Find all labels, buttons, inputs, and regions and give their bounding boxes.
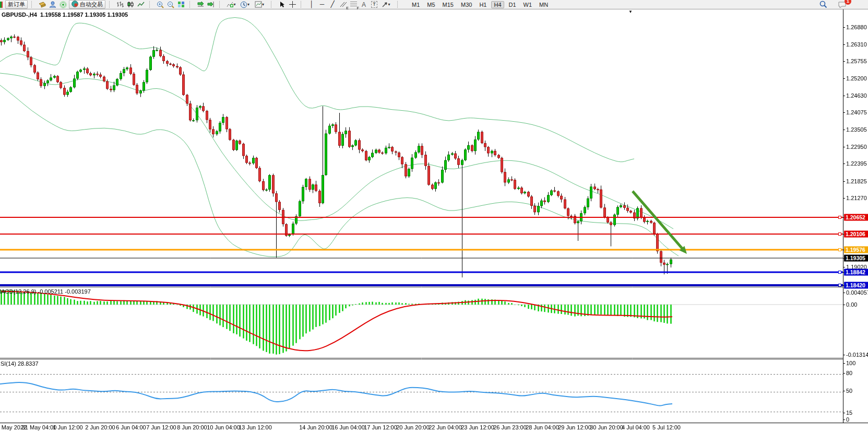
price-tag: 1.19305 — [844, 255, 868, 262]
divider — [397, 1, 401, 8]
tile-windows-icon[interactable] — [176, 1, 186, 8]
notifications-icon[interactable]: 1 — [836, 1, 848, 8]
timeframe-M15[interactable]: M15 — [440, 1, 456, 8]
horizontal-line-tool[interactable]: ─ — [317, 1, 327, 8]
timeframe-D1[interactable]: D1 — [506, 1, 519, 8]
time-tick: 26 Jun 23:00 — [493, 424, 527, 430]
macd-indicator-label: MACD(12,26,9) -0.005211 -0.003197 — [0, 288, 91, 295]
divider — [219, 1, 223, 8]
last-bar-marker-icon: ▼ — [628, 9, 633, 14]
trendline-tool[interactable]: ╱ — [328, 1, 337, 8]
rsi-tick: 50 — [846, 388, 868, 394]
timeframe-group: M1M5M15M30H1H4D1W1MN — [408, 1, 552, 8]
fibonacci-icon — [350, 2, 357, 7]
timeframe-H4[interactable]: H4 — [491, 1, 504, 8]
time-tick: 20 Jun 20:00 — [396, 424, 430, 430]
chart-shift-button[interactable] — [206, 1, 216, 8]
profiles-icon[interactable] — [48, 1, 57, 8]
time-tick: 6 Jun 04:00 — [116, 424, 146, 430]
divider — [31, 1, 35, 8]
time-tick: 29 Jun 12:00 — [558, 424, 591, 430]
rsi-tick: 100 — [846, 360, 868, 366]
time-tick: 13 Jun 12:00 — [239, 424, 272, 430]
time-tick: 7 Jun 12:00 — [146, 424, 176, 430]
price-tag: 1.19576 — [844, 247, 868, 253]
timeframe-M30[interactable]: M30 — [458, 1, 474, 8]
timeframe-MN[interactable]: MN — [537, 1, 551, 8]
chart-title: GBPUSD-,H4 1.19558 1.19587 1.19305 1.193… — [2, 11, 128, 18]
search-icon[interactable] — [818, 1, 828, 8]
divider — [271, 1, 275, 8]
fibonacci-letter: F — [357, 6, 359, 10]
price-tag: 1.20652 — [844, 214, 868, 221]
periods-button[interactable]: ▾ — [239, 1, 253, 8]
auto-trading-button[interactable]: 自动交易 — [69, 0, 105, 9]
auto-scroll-button[interactable] — [196, 1, 205, 8]
ohlc-values: 1.19558 1.19587 1.19305 1.19305 — [40, 11, 128, 18]
toolbar-right: 1 — [818, 1, 848, 8]
time-tick: 14 Jun 20:00 — [299, 424, 332, 430]
fibonacci-tool[interactable]: F — [349, 1, 358, 8]
toolbar: 新订单 自动交易 — [0, 0, 868, 9]
auto-trading-label: 自动交易 — [80, 1, 103, 8]
divider — [149, 1, 153, 8]
rsi-tick: 80 — [846, 370, 868, 376]
rsi-indicator-label: RSI(14) 28.8337 — [0, 360, 39, 367]
timeframe-H1[interactable]: H1 — [477, 1, 489, 8]
price-tick: 1.24630 — [846, 92, 868, 99]
time-tick: 22 Jun 04:00 — [429, 424, 462, 430]
macd-tick: 0.004057 — [846, 289, 868, 296]
line-chart-icon[interactable] — [136, 1, 146, 8]
time-tick: 16 Jun 04:00 — [331, 424, 365, 430]
time-tick: 1 Jun 12:00 — [53, 424, 83, 430]
chart-canvas[interactable] — [0, 0, 868, 431]
timeframe-M5[interactable]: M5 — [424, 1, 437, 8]
arrows-tool[interactable]: ▾ — [380, 1, 394, 8]
price-tick: 1.23505 — [846, 126, 868, 133]
notification-badge: 1 — [845, 0, 851, 5]
macd-tick: -0.013143 — [846, 352, 868, 358]
text-label-tool[interactable]: T — [370, 1, 379, 8]
divider — [301, 1, 305, 8]
vertical-line-tool[interactable]: │ — [307, 1, 316, 8]
channel-tool[interactable]: E — [338, 1, 348, 8]
zoom-out-button[interactable] — [166, 1, 175, 8]
clipped-icon — [0, 2, 4, 8]
price-tag: 1.20106 — [844, 231, 868, 238]
candlestick-chart-icon[interactable] — [126, 1, 135, 8]
market-watch-icon[interactable] — [38, 1, 47, 8]
indicators-button[interactable]: ▾ — [225, 1, 238, 8]
price-tick: 1.21825 — [846, 178, 868, 184]
time-tick: 2 Jun 20:00 — [85, 424, 115, 430]
time-tick: 30 Jun 20:00 — [590, 424, 623, 430]
price-tick: 1.26310 — [846, 41, 868, 48]
timeframe-M1[interactable]: M1 — [409, 1, 422, 8]
timeframe-W1[interactable]: W1 — [521, 1, 535, 8]
cursor-button[interactable] — [277, 1, 287, 8]
text-tool[interactable]: A — [359, 1, 368, 8]
rsi-tick: 15 — [846, 410, 868, 416]
auto-trading-icon — [72, 1, 78, 8]
time-tick: 4 Jul 04:00 — [622, 424, 650, 430]
price-tag: 1.18842 — [844, 269, 868, 276]
price-tick: 1.22395 — [846, 160, 868, 167]
time-tick: 28 Jun 04:00 — [526, 424, 559, 430]
price-tick: 1.21270 — [846, 195, 868, 201]
rsi-tick: 0 — [846, 416, 868, 423]
zoom-in-button[interactable] — [156, 1, 165, 8]
time-tick: 10 Jun 04:00 — [207, 424, 240, 430]
navigator-signal-icon[interactable] — [58, 1, 68, 8]
price-tick: 1.25200 — [846, 75, 868, 81]
price-tag: 1.18420 — [844, 282, 868, 289]
new-order-button[interactable]: 新订单 — [5, 0, 28, 9]
bar-chart-icon[interactable] — [115, 1, 125, 8]
price-tick: 1.26880 — [846, 24, 868, 30]
templates-button[interactable]: ▾ — [254, 1, 267, 8]
time-tick: 5 Jul 12:00 — [652, 424, 681, 430]
new-order-label: 新订单 — [8, 1, 25, 8]
text-label-icon: T — [371, 1, 377, 8]
price-tick: 1.25755 — [846, 58, 868, 64]
divider — [109, 1, 113, 8]
crosshair-button[interactable] — [288, 1, 297, 8]
time-tick: 17 Jun 12:00 — [364, 424, 397, 430]
